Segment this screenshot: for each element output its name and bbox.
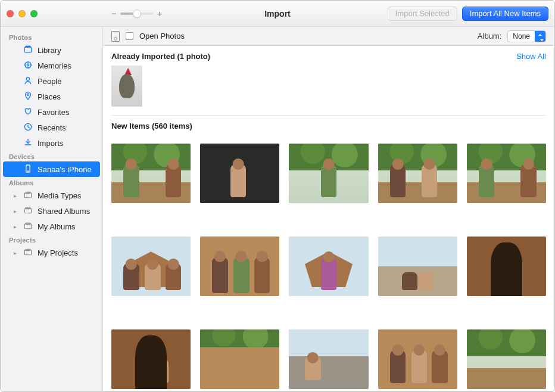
library-icon — [23, 45, 33, 56]
svg-rect-0 — [24, 47, 31, 52]
iphone-icon — [23, 164, 33, 175]
sidebar-item-library[interactable]: Library — [3, 42, 100, 58]
device-icon — [111, 31, 120, 42]
favorites-icon — [23, 107, 33, 118]
sidebar-item-label: Media Types — [38, 191, 81, 200]
new-item-thumbnail[interactable] — [111, 144, 191, 203]
content-pane: Open Photos Album: None Already Imported… — [103, 27, 554, 391]
new-item-thumbnail[interactable] — [200, 237, 279, 296]
new-item-thumbnail[interactable] — [378, 237, 457, 296]
window-controls — [7, 10, 102, 17]
zoom-slider-track[interactable] — [120, 13, 154, 15]
new-item-thumbnail[interactable] — [467, 237, 546, 296]
disclosure-triangle-icon[interactable]: ▸ — [11, 223, 18, 230]
album-select-value: None — [513, 32, 530, 41]
memories-icon — [23, 60, 33, 71]
zoom-slider-knob[interactable] — [133, 10, 141, 18]
folder-icon — [23, 247, 33, 259]
close-window-button[interactable] — [7, 10, 14, 17]
sidebar-item-label: Sanaa's iPhone — [38, 165, 92, 174]
chevron-up-down-icon — [535, 31, 545, 42]
album-label: Album: — [478, 32, 501, 41]
import-selected-button[interactable]: Import Selected — [388, 7, 457, 21]
sidebar-item-label: Memories — [38, 61, 71, 70]
sidebar-item-label: Recents — [38, 123, 66, 132]
svg-point-3 — [27, 64, 29, 66]
sidebar-section-header: Devices — [1, 151, 102, 161]
show-all-link[interactable]: Show All — [516, 52, 546, 61]
thumbnail-zoom-slider[interactable]: − + — [111, 8, 163, 18]
disclosure-triangle-icon[interactable]: ▸ — [11, 250, 18, 256]
sidebar-item-label: My Projects — [38, 248, 78, 257]
sidebar-item-my-albums[interactable]: ▸My Albums — [3, 219, 100, 234]
places-icon — [23, 91, 33, 102]
zoom-window-button[interactable] — [30, 10, 38, 17]
import-options-bar: Open Photos Album: None — [103, 27, 554, 46]
import-all-button[interactable]: Import All New Items — [462, 7, 548, 21]
new-item-thumbnail[interactable] — [289, 237, 368, 296]
sidebar-item-label: Places — [38, 92, 61, 101]
new-items-heading: New Items (560 items) — [111, 122, 192, 130]
people-icon — [23, 76, 33, 87]
folder-icon — [23, 206, 33, 217]
zoom-out-icon: − — [111, 8, 117, 18]
disclosure-triangle-icon[interactable]: ▸ — [11, 192, 18, 199]
sidebar-item-shared-albums[interactable]: ▸Shared Albums — [3, 203, 100, 219]
sidebar-item-imports[interactable]: Imports — [3, 135, 100, 151]
sidebar: PhotosLibraryMemoriesPeoplePlacesFavorit… — [1, 27, 103, 391]
new-item-thumbnail[interactable] — [200, 329, 279, 389]
imported-thumbnail[interactable] — [111, 66, 142, 107]
folder-icon — [23, 190, 33, 201]
sidebar-item-sanaa-s-iphone[interactable]: Sanaa's iPhone — [3, 161, 100, 177]
sidebar-item-label: People — [38, 77, 61, 86]
sidebar-item-favorites[interactable]: Favorites — [3, 104, 100, 120]
new-item-thumbnail[interactable] — [378, 329, 457, 389]
sidebar-section-header: Photos — [1, 32, 102, 42]
sidebar-section-header: Albums — [1, 177, 102, 188]
open-photos-checkbox[interactable] — [126, 32, 133, 40]
sidebar-item-people[interactable]: People — [3, 73, 100, 89]
sidebar-item-memories[interactable]: Memories — [3, 58, 100, 73]
titlebar: − + Import Import Selected Import All Ne… — [1, 1, 554, 27]
window-title: Import — [264, 9, 291, 18]
content-scroll[interactable]: Already Imported (1 photo) Show All New … — [103, 46, 554, 391]
sidebar-section-header: Projects — [1, 234, 102, 245]
new-item-thumbnail[interactable] — [200, 144, 279, 203]
folder-icon — [23, 221, 33, 232]
album-select[interactable]: None — [507, 30, 546, 42]
sidebar-item-my-projects[interactable]: ▸My Projects — [3, 245, 100, 260]
svg-point-4 — [26, 77, 29, 80]
sidebar-item-label: Library — [38, 46, 61, 55]
sidebar-item-label: Imports — [38, 139, 63, 148]
svg-rect-1 — [26, 46, 30, 47]
new-item-thumbnail[interactable] — [111, 237, 191, 296]
new-item-thumbnail[interactable] — [467, 329, 546, 389]
sidebar-item-media-types[interactable]: ▸Media Types — [3, 188, 100, 203]
sidebar-item-places[interactable]: Places — [3, 89, 100, 104]
sidebar-item-label: Favorites — [38, 108, 69, 117]
sidebar-item-label: Shared Albums — [38, 207, 90, 216]
new-item-thumbnail[interactable] — [467, 144, 546, 203]
new-item-thumbnail[interactable] — [378, 144, 457, 203]
minimize-window-button[interactable] — [18, 10, 26, 17]
already-imported-heading: Already Imported (1 photo) — [111, 52, 210, 61]
zoom-in-icon: + — [157, 8, 163, 18]
new-item-thumbnail[interactable] — [289, 329, 368, 389]
imports-icon — [23, 138, 33, 149]
disclosure-triangle-icon[interactable]: ▸ — [11, 208, 18, 214]
recents-icon — [23, 122, 33, 133]
sidebar-item-recents[interactable]: Recents — [3, 120, 100, 135]
new-item-thumbnail[interactable] — [289, 144, 368, 203]
new-item-thumbnail[interactable] — [111, 329, 191, 389]
open-photos-label: Open Photos — [139, 32, 185, 41]
svg-point-5 — [27, 94, 29, 95]
sidebar-item-label: My Albums — [38, 222, 76, 231]
svg-point-8 — [27, 170, 28, 171]
